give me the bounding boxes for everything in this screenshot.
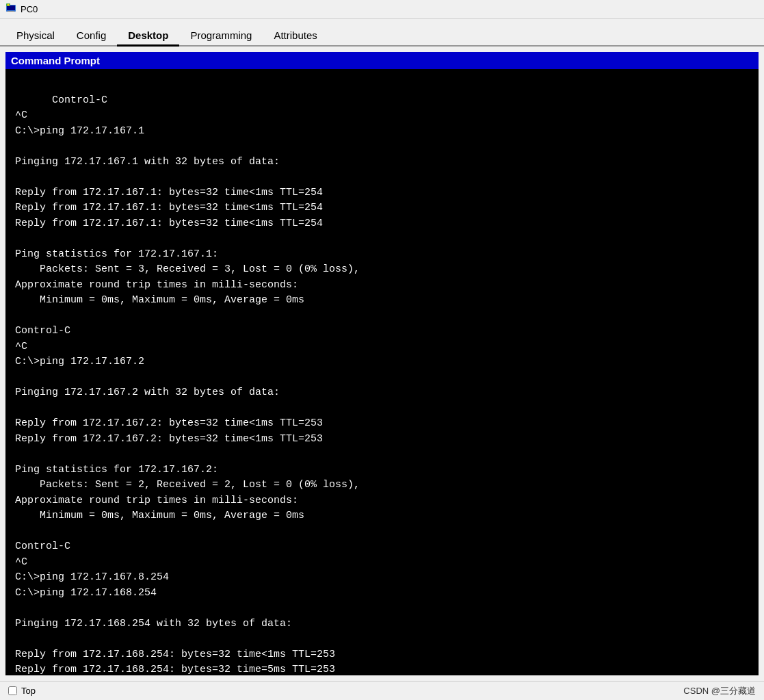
svg-rect-2 <box>8 11 14 12</box>
tab-programming[interactable]: Programming <box>179 25 263 45</box>
bottom-bar: Top CSDN @三分藏道 <box>0 681 764 700</box>
top-checkbox[interactable] <box>8 686 17 695</box>
tab-physical[interactable]: Physical <box>5 25 66 45</box>
tab-bar: Physical Config Desktop Programming Attr… <box>0 19 764 47</box>
svg-point-4 <box>8 3 10 5</box>
main-window: PC0 Physical Config Desktop Programming … <box>0 0 764 700</box>
tab-desktop[interactable]: Desktop <box>117 25 179 47</box>
command-prompt-header: Command Prompt <box>5 52 759 69</box>
title-bar: PC0 <box>0 0 764 19</box>
tab-config[interactable]: Config <box>66 25 117 45</box>
terminal[interactable]: Control-C ^C C:\>ping 172.17.167.1 Pingi… <box>5 69 759 675</box>
bottom-left: Top <box>8 686 36 696</box>
tab-attributes[interactable]: Attributes <box>263 25 328 45</box>
window-title: PC0 <box>21 4 38 14</box>
svg-rect-1 <box>7 5 15 10</box>
top-label: Top <box>21 686 36 696</box>
window-icon <box>5 3 16 16</box>
watermark: CSDN @三分藏道 <box>683 685 756 697</box>
content-area: Command Prompt Control-C ^C C:\>ping 172… <box>0 47 764 681</box>
